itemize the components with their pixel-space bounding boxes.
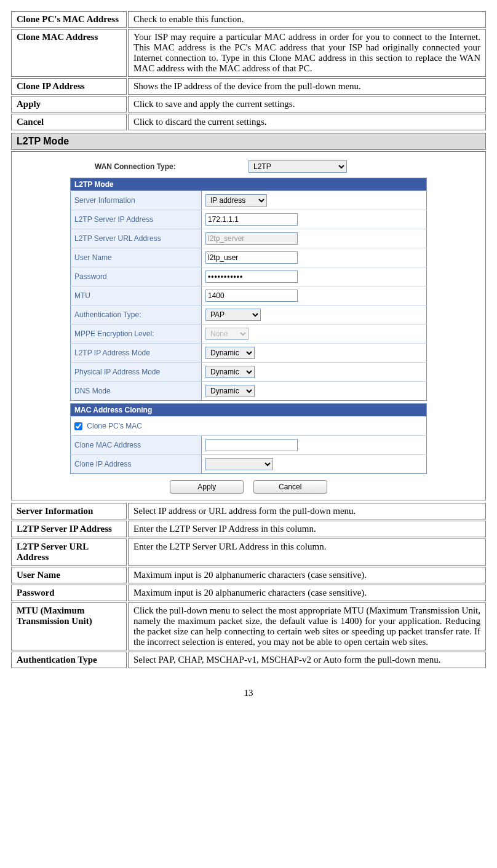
auth-type-label: Authentication Type:: [71, 306, 202, 325]
clone-pc-mac-row: Clone PC's MAC: [71, 417, 427, 436]
password-input[interactable]: [205, 270, 298, 283]
mac-cloning-header: MAC Address Cloning: [70, 403, 427, 416]
top-description-table: Clone PC's MAC AddressCheck to enable th…: [10, 10, 487, 132]
clone-ip-address-label: Clone IP Address: [71, 455, 202, 474]
dns-mode-label: DNS Mode: [71, 382, 202, 401]
physical-ip-mode-select[interactable]: Dynamic: [205, 366, 255, 378]
l2tp-server-url-label: L2TP Server URL Address: [71, 229, 202, 248]
row-val: Maximum input is 20 alphanumeric charact…: [128, 585, 486, 601]
page-number: 13: [10, 688, 487, 698]
mtu-label: MTU: [71, 286, 202, 306]
row-key: Authentication Type: [11, 652, 127, 668]
row-key: User Name: [11, 567, 127, 583]
clone-mac-address-input[interactable]: [205, 439, 298, 451]
row-key: L2TP Server IP Address: [11, 521, 127, 537]
row-key: MTU (Maximum Transmission Unit): [11, 602, 127, 650]
auth-type-select[interactable]: PAP: [205, 309, 261, 321]
physical-ip-mode-label: Physical IP Address Mode: [71, 363, 202, 382]
row-key: Server Information: [11, 503, 127, 519]
l2tp-mode-header: L2TP Mode: [70, 178, 427, 191]
row-key: Apply: [11, 96, 127, 112]
mtu-input[interactable]: [205, 290, 298, 302]
wan-connection-type-label: WAN Connection Type:: [95, 162, 248, 171]
l2tp-ip-mode-label: L2TP IP Address Mode: [71, 344, 202, 363]
section-header-l2tp-mode: L2TP Mode: [11, 133, 486, 150]
cancel-button[interactable]: Cancel: [253, 480, 327, 494]
row-key: Cancel: [11, 114, 127, 130]
row-val: Select IP address or URL address form th…: [128, 503, 486, 519]
l2tp-server-url-input: [205, 232, 298, 245]
dns-mode-select[interactable]: Dynamic: [205, 385, 255, 397]
l2tp-form-table: Server Information IP address L2TP Serve…: [70, 191, 427, 401]
apply-button[interactable]: Apply: [170, 480, 244, 494]
row-val: Enter the L2TP Server URL Address in thi…: [128, 539, 486, 566]
row-val: Maximum input is 20 alphanumeric charact…: [128, 567, 486, 583]
password-label: Password: [71, 267, 202, 286]
row-key: Clone PC's MAC Address: [11, 11, 127, 28]
clone-pc-mac-label: Clone PC's MAC: [87, 422, 142, 430]
mac-cloning-table: Clone PC's MAC Clone MAC Address Clone I…: [70, 416, 427, 474]
row-val: Click to discard the current settings.: [128, 114, 486, 130]
clone-mac-address-label: Clone MAC Address: [71, 436, 202, 455]
wan-connection-type-select[interactable]: L2TP: [248, 160, 347, 173]
row-key: L2TP Server URL Address: [11, 539, 127, 566]
mppe-label: MPPE Encryption Level:: [71, 325, 202, 344]
user-name-label: User Name: [71, 248, 202, 267]
l2tp-server-ip-label: L2TP Server IP Address: [71, 210, 202, 229]
row-val: Click the pull-down menu to select the m…: [128, 602, 486, 650]
row-val: Check to enable this function.: [128, 11, 486, 28]
row-key: Clone IP Address: [11, 78, 127, 95]
row-val: Select PAP, CHAP, MSCHAP-v1, MSCHAP-v2 o…: [128, 652, 486, 668]
row-val: Click to save and apply the current sett…: [128, 96, 486, 112]
server-info-label: Server Information: [71, 191, 202, 210]
row-key: Clone MAC Address: [11, 29, 127, 77]
clone-pc-mac-checkbox[interactable]: [74, 422, 82, 430]
row-val: Shows the IP address of the device from …: [128, 78, 486, 95]
row-val: Your ISP may require a particular MAC ad…: [128, 29, 486, 77]
user-name-input[interactable]: [205, 251, 298, 264]
row-val: Enter the L2TP Server IP Address in this…: [128, 521, 486, 537]
l2tp-ip-mode-select[interactable]: Dynamic: [205, 347, 255, 359]
config-screenshot: WAN Connection Type: L2TP L2TP Mode Serv…: [11, 151, 486, 500]
l2tp-server-ip-input[interactable]: [205, 213, 298, 226]
row-key: Password: [11, 585, 127, 601]
mppe-select: None: [205, 328, 248, 340]
clone-ip-address-select[interactable]: [205, 458, 273, 470]
server-info-select[interactable]: IP address: [205, 194, 267, 207]
bottom-description-table: Server InformationSelect IP address or U…: [10, 502, 487, 669]
